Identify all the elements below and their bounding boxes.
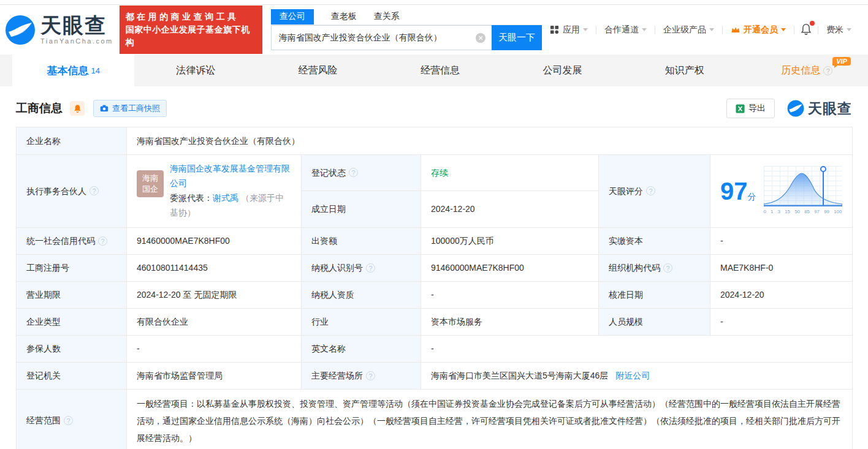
field-label: 统一社会信用代码 xyxy=(17,228,127,255)
field-label: 经营范围 xyxy=(17,390,127,449)
taxpayer-id-value: 91460000MAE7K8HF00 xyxy=(421,255,599,282)
nav-vip-label: 开通会员 xyxy=(744,25,778,36)
tab-operation-label: 经营信息 xyxy=(421,64,460,77)
nav-partner-label: 合作通道 xyxy=(604,25,639,36)
help-icon[interactable] xyxy=(64,416,73,425)
company-name-value: 海南省国改产业投资合伙企业（有限合伙） xyxy=(127,127,853,155)
company-type-value: 有限合伙企业 xyxy=(127,309,302,336)
tab-development[interactable]: 公司发展 xyxy=(501,55,623,86)
crown-icon xyxy=(731,26,740,34)
slogan-line1: 都在用的商业查询工具 xyxy=(126,10,256,23)
field-label: 企业类型 xyxy=(17,309,127,336)
tab-ip-label: 知识产权 xyxy=(665,64,704,77)
clear-search-icon[interactable] xyxy=(476,33,485,43)
logo-cn-text: 天眼查 xyxy=(40,15,113,36)
nav-enterprise-label: 企业级产品 xyxy=(663,25,706,36)
registration-status-value: 存续 xyxy=(421,155,599,191)
help-icon[interactable] xyxy=(823,66,832,75)
nearby-companies-link[interactable]: 附近公司 xyxy=(615,371,650,380)
industry-value: 资本市场服务 xyxy=(421,309,599,336)
partner-company-link[interactable]: 海南国企改革发展基金管理有限公司 xyxy=(170,164,290,188)
chevron-down-icon xyxy=(642,28,647,31)
export-button[interactable]: 导出 xyxy=(726,99,775,118)
tab-development-label: 公司发展 xyxy=(542,64,582,77)
taxpayer-quality-value: - xyxy=(421,282,599,309)
help-icon[interactable] xyxy=(89,186,99,195)
score-value: 97分 xyxy=(720,179,756,203)
search-button[interactable]: 天眼一下 xyxy=(492,25,542,50)
section-title: 工商信息 xyxy=(16,100,63,116)
slogan-badge: 都在用的商业查询工具 国家中小企业发展子基金旗下机构 xyxy=(120,6,262,54)
page-tab-bar: 基本信息 14 法律诉讼 经营风险 经营信息 公司发展 知识产权 VIP 历史信… xyxy=(0,55,868,86)
chevron-down-icon xyxy=(847,28,851,31)
delegate-name-link[interactable]: 谢式禹 xyxy=(213,193,238,203)
establish-date-value: 2024-12-20 xyxy=(421,191,599,228)
field-label: 登记机关 xyxy=(17,363,127,390)
help-icon[interactable] xyxy=(366,371,375,380)
username: 费米 xyxy=(826,25,843,36)
search-tab-relation[interactable]: 查关系 xyxy=(374,9,400,25)
help-icon[interactable] xyxy=(646,186,655,195)
nav-enterprise-product[interactable]: 企业级产品 xyxy=(655,25,722,36)
tab-legal[interactable]: 法律诉讼 xyxy=(134,55,256,86)
table-row: 参保人数 - 英文名称 - xyxy=(17,336,853,363)
field-label: 纳税人资质 xyxy=(302,282,421,309)
score-axis: 0131550859799100 xyxy=(764,208,842,216)
search-input[interactable] xyxy=(271,25,492,50)
bell-icon xyxy=(74,104,82,113)
section-header: 工商信息 查看工商快照 导出 天眼查 xyxy=(0,86,868,127)
top-nav: 应用 合作通道 企业级产品 开通会员 费米 xyxy=(542,23,859,37)
camera-icon xyxy=(100,105,108,112)
partner-avatar[interactable]: 海南国企 xyxy=(137,170,164,197)
tab-history[interactable]: VIP 历史信息 xyxy=(746,55,868,86)
top-strip xyxy=(0,0,868,5)
help-icon[interactable] xyxy=(349,168,358,177)
business-scope-value: 一般经营项目：以私募基金从事股权投资、投资管理、资产管理等活动（须在中国证券投资… xyxy=(127,390,853,449)
nav-partner-channel[interactable]: 合作通道 xyxy=(596,25,655,36)
chevron-down-icon xyxy=(781,28,786,31)
field-label: 人员规模 xyxy=(599,309,710,336)
tab-risk[interactable]: 经营风险 xyxy=(257,55,379,86)
vip-badge: VIP xyxy=(832,57,851,66)
tab-basic-label: 基本信息 xyxy=(47,64,88,78)
tab-operation[interactable]: 经营信息 xyxy=(379,55,501,86)
watermark-logo: 天眼查 xyxy=(787,99,852,118)
approval-date-value: 2024-12-20 xyxy=(710,282,853,309)
tab-legal-label: 法律诉讼 xyxy=(176,64,215,77)
tianyan-score-cell: 97分 xyxy=(710,155,853,228)
monitor-bell-button[interactable] xyxy=(70,101,85,116)
help-icon[interactable] xyxy=(366,263,375,273)
table-row: 企业名称 海南省国改产业投资合伙企业（有限合伙） xyxy=(17,127,853,155)
nav-apps[interactable]: 应用 xyxy=(542,25,596,36)
chevron-down-icon xyxy=(583,28,588,31)
field-label: 组织机构代码 xyxy=(599,255,710,282)
field-label: 出资额 xyxy=(302,228,421,255)
search-tab-boss[interactable]: 查老板 xyxy=(331,9,357,25)
delegate-label: 委派代表： xyxy=(170,193,213,203)
score-marker-pin xyxy=(823,167,824,205)
view-snapshot-button[interactable]: 查看工商快照 xyxy=(93,100,167,117)
field-label: 英文名称 xyxy=(302,336,421,363)
help-icon[interactable] xyxy=(663,263,672,273)
app-grid-icon xyxy=(550,25,559,34)
credit-code-value: 91460000MAE7K8HF00 xyxy=(127,228,302,255)
excel-icon xyxy=(736,104,745,113)
field-label: 执行事务合伙人 xyxy=(17,155,127,228)
address-text: 海南省海口市美兰区国兴大道5号海南大厦46层 xyxy=(431,371,608,380)
slogan-line2: 国家中小企业发展子基金旗下机构 xyxy=(126,23,256,49)
nav-open-vip[interactable]: 开通会员 xyxy=(723,25,794,36)
tab-ip[interactable]: 知识产权 xyxy=(623,55,745,86)
staff-size-value: - xyxy=(710,309,853,336)
site-logo[interactable]: 天眼查 TianYanCha.com xyxy=(5,15,113,45)
help-icon[interactable] xyxy=(98,236,107,246)
nav-user[interactable]: 费米 xyxy=(818,25,859,36)
export-label: 导出 xyxy=(748,103,766,114)
field-label: 登记状态 xyxy=(302,155,421,191)
english-name-value: - xyxy=(421,336,853,363)
tab-basic-count: 14 xyxy=(91,66,99,75)
search-area: 查公司 查老板 查关系 天眼一下 xyxy=(271,9,542,50)
snapshot-label: 查看工商快照 xyxy=(112,103,160,114)
search-tab-company[interactable]: 查公司 xyxy=(271,9,314,25)
tab-basic-info[interactable]: 基本信息 14 xyxy=(12,55,134,86)
notification-bell[interactable] xyxy=(794,23,818,37)
